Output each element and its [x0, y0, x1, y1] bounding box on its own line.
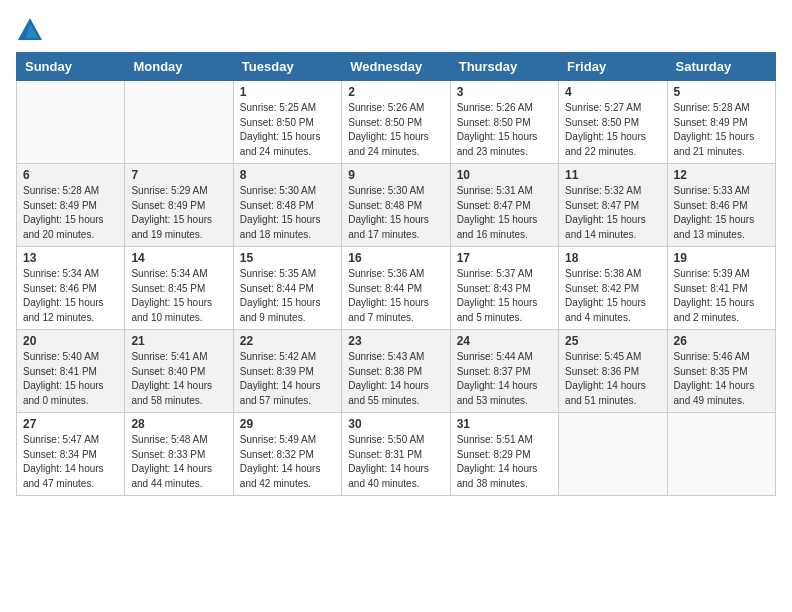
calendar-cell: 29Sunrise: 5:49 AM Sunset: 8:32 PM Dayli… [233, 413, 341, 496]
day-info: Sunrise: 5:26 AM Sunset: 8:50 PM Dayligh… [348, 101, 443, 159]
day-number: 18 [565, 251, 660, 265]
day-number: 5 [674, 85, 769, 99]
calendar-cell: 24Sunrise: 5:44 AM Sunset: 8:37 PM Dayli… [450, 330, 558, 413]
calendar-cell: 28Sunrise: 5:48 AM Sunset: 8:33 PM Dayli… [125, 413, 233, 496]
calendar-table: SundayMondayTuesdayWednesdayThursdayFrid… [16, 52, 776, 496]
day-info: Sunrise: 5:33 AM Sunset: 8:46 PM Dayligh… [674, 184, 769, 242]
calendar-cell: 30Sunrise: 5:50 AM Sunset: 8:31 PM Dayli… [342, 413, 450, 496]
day-number: 4 [565, 85, 660, 99]
day-number: 13 [23, 251, 118, 265]
calendar-cell: 6Sunrise: 5:28 AM Sunset: 8:49 PM Daylig… [17, 164, 125, 247]
day-info: Sunrise: 5:26 AM Sunset: 8:50 PM Dayligh… [457, 101, 552, 159]
calendar-week-row: 6Sunrise: 5:28 AM Sunset: 8:49 PM Daylig… [17, 164, 776, 247]
day-number: 2 [348, 85, 443, 99]
day-number: 16 [348, 251, 443, 265]
column-header-saturday: Saturday [667, 53, 775, 81]
day-number: 20 [23, 334, 118, 348]
calendar-cell: 27Sunrise: 5:47 AM Sunset: 8:34 PM Dayli… [17, 413, 125, 496]
calendar-cell: 7Sunrise: 5:29 AM Sunset: 8:49 PM Daylig… [125, 164, 233, 247]
calendar-cell: 2Sunrise: 5:26 AM Sunset: 8:50 PM Daylig… [342, 81, 450, 164]
day-info: Sunrise: 5:46 AM Sunset: 8:35 PM Dayligh… [674, 350, 769, 408]
column-header-tuesday: Tuesday [233, 53, 341, 81]
day-number: 28 [131, 417, 226, 431]
calendar-week-row: 13Sunrise: 5:34 AM Sunset: 8:46 PM Dayli… [17, 247, 776, 330]
calendar-cell: 10Sunrise: 5:31 AM Sunset: 8:47 PM Dayli… [450, 164, 558, 247]
day-info: Sunrise: 5:38 AM Sunset: 8:42 PM Dayligh… [565, 267, 660, 325]
calendar-cell: 16Sunrise: 5:36 AM Sunset: 8:44 PM Dayli… [342, 247, 450, 330]
calendar-cell: 23Sunrise: 5:43 AM Sunset: 8:38 PM Dayli… [342, 330, 450, 413]
day-number: 8 [240, 168, 335, 182]
calendar-cell [559, 413, 667, 496]
calendar-cell [17, 81, 125, 164]
page-header [16, 16, 776, 44]
calendar-cell: 8Sunrise: 5:30 AM Sunset: 8:48 PM Daylig… [233, 164, 341, 247]
day-number: 14 [131, 251, 226, 265]
day-info: Sunrise: 5:50 AM Sunset: 8:31 PM Dayligh… [348, 433, 443, 491]
day-info: Sunrise: 5:37 AM Sunset: 8:43 PM Dayligh… [457, 267, 552, 325]
calendar-week-row: 20Sunrise: 5:40 AM Sunset: 8:41 PM Dayli… [17, 330, 776, 413]
day-info: Sunrise: 5:43 AM Sunset: 8:38 PM Dayligh… [348, 350, 443, 408]
day-info: Sunrise: 5:32 AM Sunset: 8:47 PM Dayligh… [565, 184, 660, 242]
column-header-wednesday: Wednesday [342, 53, 450, 81]
calendar-cell: 22Sunrise: 5:42 AM Sunset: 8:39 PM Dayli… [233, 330, 341, 413]
day-number: 12 [674, 168, 769, 182]
column-header-sunday: Sunday [17, 53, 125, 81]
day-number: 9 [348, 168, 443, 182]
day-info: Sunrise: 5:28 AM Sunset: 8:49 PM Dayligh… [23, 184, 118, 242]
day-info: Sunrise: 5:27 AM Sunset: 8:50 PM Dayligh… [565, 101, 660, 159]
day-number: 19 [674, 251, 769, 265]
logo-icon [16, 16, 44, 44]
calendar-cell: 14Sunrise: 5:34 AM Sunset: 8:45 PM Dayli… [125, 247, 233, 330]
day-number: 1 [240, 85, 335, 99]
day-number: 29 [240, 417, 335, 431]
day-info: Sunrise: 5:45 AM Sunset: 8:36 PM Dayligh… [565, 350, 660, 408]
day-info: Sunrise: 5:34 AM Sunset: 8:45 PM Dayligh… [131, 267, 226, 325]
calendar-cell: 17Sunrise: 5:37 AM Sunset: 8:43 PM Dayli… [450, 247, 558, 330]
calendar-week-row: 27Sunrise: 5:47 AM Sunset: 8:34 PM Dayli… [17, 413, 776, 496]
calendar-cell: 5Sunrise: 5:28 AM Sunset: 8:49 PM Daylig… [667, 81, 775, 164]
day-number: 11 [565, 168, 660, 182]
calendar-cell: 15Sunrise: 5:35 AM Sunset: 8:44 PM Dayli… [233, 247, 341, 330]
day-number: 6 [23, 168, 118, 182]
calendar-cell: 26Sunrise: 5:46 AM Sunset: 8:35 PM Dayli… [667, 330, 775, 413]
column-header-friday: Friday [559, 53, 667, 81]
logo [16, 16, 46, 44]
day-info: Sunrise: 5:31 AM Sunset: 8:47 PM Dayligh… [457, 184, 552, 242]
day-number: 26 [674, 334, 769, 348]
day-number: 22 [240, 334, 335, 348]
calendar-cell: 18Sunrise: 5:38 AM Sunset: 8:42 PM Dayli… [559, 247, 667, 330]
day-number: 23 [348, 334, 443, 348]
day-number: 15 [240, 251, 335, 265]
day-info: Sunrise: 5:30 AM Sunset: 8:48 PM Dayligh… [240, 184, 335, 242]
day-info: Sunrise: 5:36 AM Sunset: 8:44 PM Dayligh… [348, 267, 443, 325]
day-number: 10 [457, 168, 552, 182]
calendar-cell: 9Sunrise: 5:30 AM Sunset: 8:48 PM Daylig… [342, 164, 450, 247]
column-header-thursday: Thursday [450, 53, 558, 81]
day-number: 24 [457, 334, 552, 348]
calendar-cell: 31Sunrise: 5:51 AM Sunset: 8:29 PM Dayli… [450, 413, 558, 496]
calendar-cell [125, 81, 233, 164]
day-number: 27 [23, 417, 118, 431]
day-info: Sunrise: 5:39 AM Sunset: 8:41 PM Dayligh… [674, 267, 769, 325]
calendar-cell: 3Sunrise: 5:26 AM Sunset: 8:50 PM Daylig… [450, 81, 558, 164]
day-info: Sunrise: 5:34 AM Sunset: 8:46 PM Dayligh… [23, 267, 118, 325]
calendar-cell: 4Sunrise: 5:27 AM Sunset: 8:50 PM Daylig… [559, 81, 667, 164]
day-info: Sunrise: 5:44 AM Sunset: 8:37 PM Dayligh… [457, 350, 552, 408]
day-info: Sunrise: 5:47 AM Sunset: 8:34 PM Dayligh… [23, 433, 118, 491]
calendar-header-row: SundayMondayTuesdayWednesdayThursdayFrid… [17, 53, 776, 81]
calendar-cell: 13Sunrise: 5:34 AM Sunset: 8:46 PM Dayli… [17, 247, 125, 330]
calendar-cell [667, 413, 775, 496]
column-header-monday: Monday [125, 53, 233, 81]
calendar-cell: 12Sunrise: 5:33 AM Sunset: 8:46 PM Dayli… [667, 164, 775, 247]
day-number: 7 [131, 168, 226, 182]
day-number: 30 [348, 417, 443, 431]
calendar-cell: 1Sunrise: 5:25 AM Sunset: 8:50 PM Daylig… [233, 81, 341, 164]
day-info: Sunrise: 5:35 AM Sunset: 8:44 PM Dayligh… [240, 267, 335, 325]
day-info: Sunrise: 5:28 AM Sunset: 8:49 PM Dayligh… [674, 101, 769, 159]
day-info: Sunrise: 5:41 AM Sunset: 8:40 PM Dayligh… [131, 350, 226, 408]
day-number: 21 [131, 334, 226, 348]
day-number: 31 [457, 417, 552, 431]
day-info: Sunrise: 5:29 AM Sunset: 8:49 PM Dayligh… [131, 184, 226, 242]
calendar-cell: 25Sunrise: 5:45 AM Sunset: 8:36 PM Dayli… [559, 330, 667, 413]
day-info: Sunrise: 5:42 AM Sunset: 8:39 PM Dayligh… [240, 350, 335, 408]
